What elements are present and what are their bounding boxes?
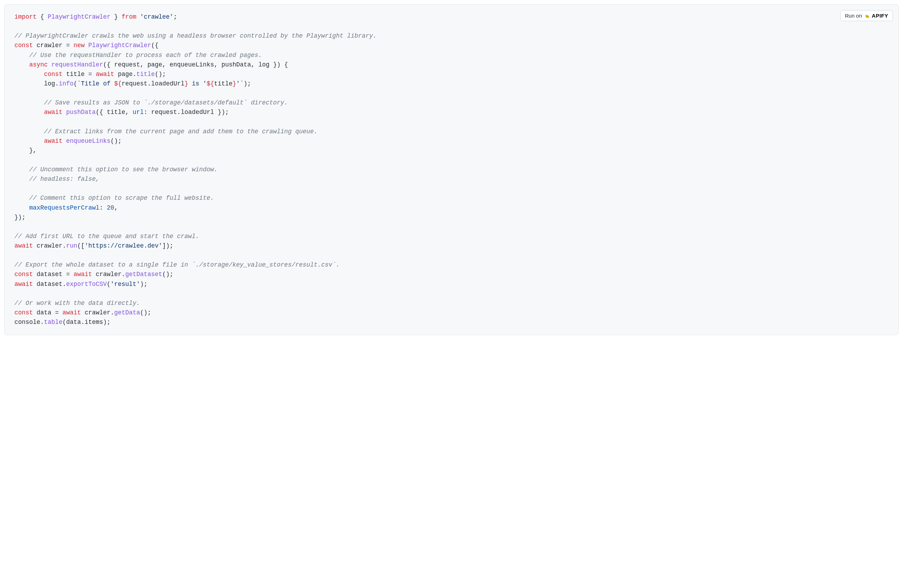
code-block: Run on APIFY import { PlaywrightCrawler … (4, 4, 899, 335)
apify-logo-icon (865, 13, 870, 19)
apify-logo-text: APIFY (872, 13, 888, 19)
run-on-apify-button[interactable]: Run on APIFY (840, 10, 893, 21)
code-content: import { PlaywrightCrawler } from 'crawl… (14, 12, 889, 327)
apify-logo: APIFY (865, 13, 888, 19)
run-button-label: Run on (845, 13, 862, 19)
